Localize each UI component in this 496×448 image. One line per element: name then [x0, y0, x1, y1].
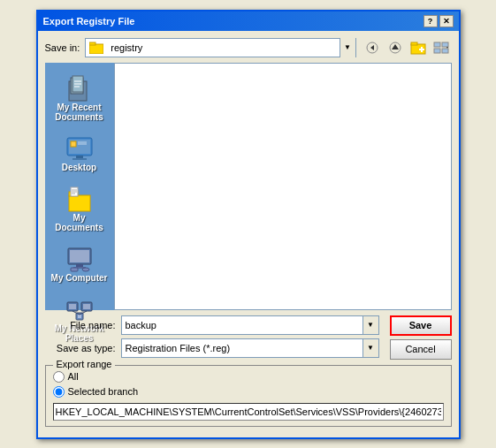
svg-rect-1 [89, 42, 95, 45]
file-name-label: File name: [45, 320, 116, 330]
svg-rect-7 [411, 42, 417, 45]
dialog-body: Save in: registry ▼ [38, 31, 459, 437]
action-buttons: Save Cancel [390, 315, 452, 360]
up-button[interactable] [385, 38, 406, 57]
sidebar-recent-label: My RecentDocuments [55, 103, 103, 122]
save-as-type-wrapper[interactable]: Registration Files (*.reg) ▼ [121, 338, 379, 358]
field-rows-and-buttons: File name: ▼ Save as type: Registration … [45, 315, 452, 361]
save-as-type-arrow[interactable]: ▼ [362, 339, 378, 357]
export-registry-dialog: Export Registry File ? ✕ Save in: regist… [36, 10, 461, 439]
cancel-button[interactable]: Cancel [390, 339, 452, 360]
svg-rect-42 [83, 304, 90, 309]
close-button[interactable]: ✕ [439, 15, 454, 27]
sidebar-item-desktop[interactable]: Desktop [48, 130, 111, 177]
svg-rect-34 [70, 250, 89, 262]
file-name-row: File name: ▼ [45, 315, 379, 335]
save-as-type-value: Registration Files (*.reg) [122, 339, 362, 357]
svg-rect-10 [434, 42, 440, 47]
all-radio-label: All [68, 371, 79, 382]
my-documents-icon [65, 185, 94, 213]
file-name-input-wrapper[interactable]: ▼ [121, 315, 379, 335]
svg-rect-23 [76, 156, 83, 158]
selected-radio-label: Selected branch [68, 386, 139, 397]
selected-radio[interactable] [53, 386, 65, 398]
help-button[interactable]: ? [424, 15, 438, 27]
sidebar-computer-label: My Computer [51, 273, 108, 283]
all-radio-row: All [53, 371, 444, 383]
back-button[interactable] [362, 38, 383, 57]
selected-radio-row: Selected branch [53, 386, 444, 398]
all-radio[interactable] [53, 371, 65, 383]
svg-rect-25 [71, 141, 76, 147]
main-area: My RecentDocuments Desktop [45, 63, 452, 310]
field-rows: File name: ▼ Save as type: Registration … [45, 315, 379, 361]
dialog-title: Export Registry File [43, 16, 135, 27]
bottom-section: File name: ▼ Save as type: Registration … [45, 310, 452, 430]
save-in-arrow[interactable]: ▼ [340, 38, 355, 57]
save-in-dropdown[interactable]: registry ▼ [85, 38, 355, 57]
svg-rect-37 [71, 268, 78, 271]
svg-rect-12 [434, 49, 440, 53]
recent-documents-icon [65, 74, 94, 103]
views-button[interactable] [431, 38, 452, 57]
save-button[interactable]: Save [390, 315, 452, 336]
desktop-icon [65, 134, 94, 163]
svg-rect-24 [72, 158, 87, 160]
file-name-input[interactable] [122, 316, 362, 334]
sidebar-item-recent[interactable]: My RecentDocuments [48, 70, 111, 126]
export-range-legend: Export range [53, 359, 116, 369]
up-icon [388, 42, 402, 54]
branch-input[interactable] [53, 403, 444, 421]
svg-rect-13 [442, 49, 448, 53]
views-icon [433, 42, 449, 54]
folder-icon [89, 42, 103, 54]
back-icon [365, 42, 379, 54]
save-in-value: registry [107, 42, 339, 53]
save-in-section: Save in: registry ▼ [45, 38, 452, 57]
sidebar-documents-label: My Documents [50, 213, 109, 232]
svg-rect-27 [69, 195, 90, 211]
file-area[interactable] [114, 63, 452, 310]
svg-rect-26 [78, 141, 87, 145]
save-as-type-row: Save as type: Registration Files (*.reg)… [45, 338, 379, 358]
file-name-dropdown-arrow[interactable]: ▼ [362, 316, 378, 334]
svg-rect-40 [69, 304, 76, 309]
sidebar: My RecentDocuments Desktop [45, 63, 114, 310]
svg-rect-11 [442, 42, 448, 47]
svg-point-38 [82, 268, 89, 271]
sidebar-desktop-label: Desktop [62, 163, 96, 172]
sidebar-item-documents[interactable]: My Documents [48, 180, 111, 237]
toolbar-buttons [362, 38, 452, 57]
save-as-type-label: Save as type: [45, 343, 116, 353]
sidebar-item-computer[interactable]: My Computer [48, 240, 111, 287]
title-bar-buttons: ? ✕ [424, 15, 454, 27]
svg-rect-35 [76, 264, 83, 267]
new-folder-button[interactable] [408, 38, 429, 57]
title-bar: Export Registry File ? ✕ [38, 11, 459, 31]
my-computer-icon [65, 245, 94, 273]
svg-rect-0 [89, 44, 103, 54]
new-folder-icon [410, 41, 426, 55]
export-range-group: Export range All Selected branch [45, 365, 452, 427]
save-in-label: Save in: [45, 42, 80, 53]
